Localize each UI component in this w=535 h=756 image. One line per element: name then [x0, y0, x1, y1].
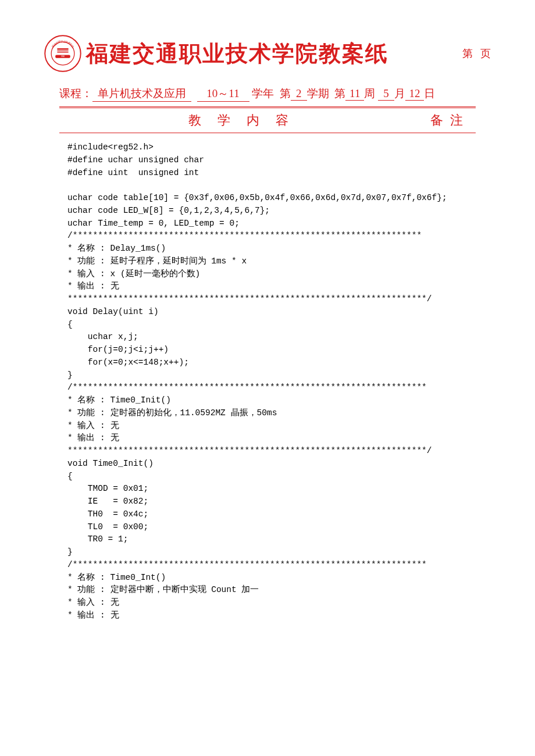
svg-rect-3	[57, 51, 68, 51]
code-content: #include<reg52.h> #define uchar unsigned…	[67, 141, 476, 622]
institution-logo-icon: 1866 福建交通职业技术学院	[44, 35, 81, 72]
year-suffix: 学年	[252, 86, 274, 101]
semester-suffix: 学期	[307, 86, 329, 101]
semester-prefix: 第	[280, 86, 291, 101]
week-value: 11	[345, 87, 364, 101]
page-prefix: 第	[462, 48, 473, 59]
svg-text:1866: 1866	[61, 55, 65, 58]
course-info-line: 课程： 单片机技术及应用 10～11 学年 第 2 学期 第 11 周 5 月 …	[59, 86, 476, 102]
week-suffix: 周	[364, 86, 375, 101]
day-suffix: 日	[424, 86, 435, 101]
week-prefix: 第	[334, 86, 345, 101]
page-number-label: 第 页	[462, 47, 491, 60]
header-row: 1866 福建交通职业技术学院 福建交通职业技术学院教案纸 第 页	[44, 35, 491, 72]
institution-title: 福建交通职业技术学院教案纸	[86, 39, 388, 69]
month-suffix: 月	[394, 86, 405, 101]
day-value: 12	[405, 87, 424, 101]
svg-rect-2	[57, 48, 68, 50]
divider-top	[59, 106, 476, 108]
page-suffix: 页	[480, 48, 491, 59]
teaching-content-label: 教学内容	[59, 112, 418, 129]
divider-bottom	[59, 133, 476, 133]
svg-point-0	[45, 35, 80, 71]
course-name: 单片机技术及应用	[92, 86, 191, 102]
svg-rect-4	[57, 52, 68, 52]
course-label: 课程：	[59, 86, 92, 101]
notes-label: 备注	[418, 112, 476, 129]
academic-year: 10～11	[197, 86, 249, 102]
month-value: 5	[378, 87, 394, 101]
section-header-row: 教学内容 备注	[59, 112, 476, 129]
semester-value: 2	[291, 87, 307, 101]
